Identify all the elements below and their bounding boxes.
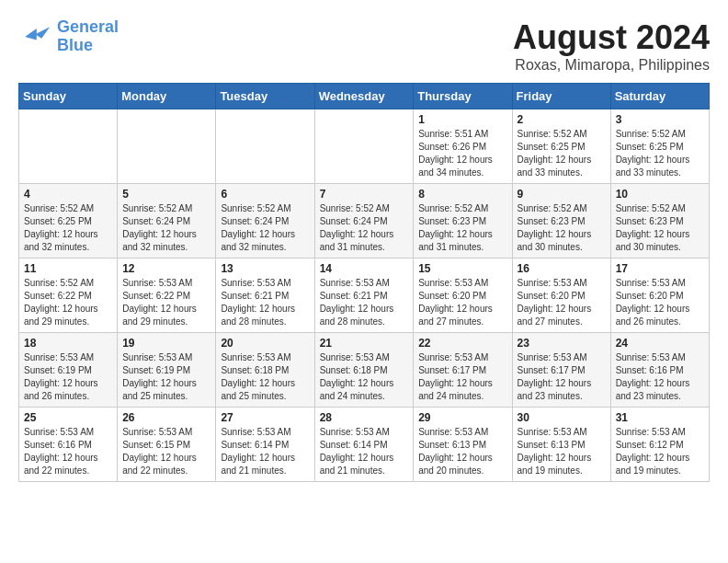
day-header-wednesday: Wednesday (314, 84, 414, 109)
day-info: Sunrise: 5:53 AM Sunset: 6:15 PM Dayligh… (122, 426, 210, 477)
calendar-cell-0 (19, 109, 118, 184)
day-info: Sunrise: 5:53 AM Sunset: 6:18 PM Dayligh… (221, 351, 309, 403)
calendar-cell-34: 31Sunrise: 5:53 AM Sunset: 6:12 PM Dayli… (610, 408, 709, 482)
day-info: Sunrise: 5:53 AM Sunset: 6:19 PM Dayligh… (24, 351, 112, 403)
calendar-cell-33: 30Sunrise: 5:53 AM Sunset: 6:13 PM Dayli… (512, 408, 610, 482)
calendar-cell-7: 4Sunrise: 5:52 AM Sunset: 6:25 PM Daylig… (19, 184, 118, 259)
logo-icon (18, 20, 51, 53)
calendar-cell-26: 23Sunrise: 5:53 AM Sunset: 6:17 PM Dayli… (512, 333, 610, 408)
day-info: Sunrise: 5:53 AM Sunset: 6:22 PM Dayligh… (122, 277, 210, 328)
title-section: August 2024 Roxas, Mimaropa, Philippines (513, 18, 710, 74)
day-header-tuesday: Tuesday (216, 84, 314, 109)
day-info: Sunrise: 5:53 AM Sunset: 6:16 PM Dayligh… (24, 426, 112, 477)
day-number: 3 (616, 113, 704, 126)
calendar-cell-5: 2Sunrise: 5:52 AM Sunset: 6:25 PM Daylig… (512, 109, 610, 184)
day-info: Sunrise: 5:52 AM Sunset: 6:23 PM Dayligh… (418, 202, 506, 254)
day-info: Sunrise: 5:52 AM Sunset: 6:24 PM Dayligh… (122, 202, 210, 254)
day-info: Sunrise: 5:52 AM Sunset: 6:24 PM Dayligh… (221, 202, 309, 254)
day-number: 25 (24, 411, 112, 424)
calendar-cell-30: 27Sunrise: 5:53 AM Sunset: 6:14 PM Dayli… (216, 408, 314, 482)
day-number: 8 (418, 188, 506, 201)
day-number: 14 (320, 262, 409, 275)
day-info: Sunrise: 5:53 AM Sunset: 6:18 PM Dayligh… (320, 351, 409, 403)
logo: General Blue (18, 18, 119, 55)
main-title: August 2024 (513, 18, 710, 57)
calendar-week-1: 1Sunrise: 5:51 AM Sunset: 6:26 PM Daylig… (19, 109, 710, 184)
calendar-cell-16: 13Sunrise: 5:53 AM Sunset: 6:21 PM Dayli… (216, 259, 314, 333)
calendar-cell-6: 3Sunrise: 5:52 AM Sunset: 6:25 PM Daylig… (610, 109, 709, 184)
calendar-week-4: 18Sunrise: 5:53 AM Sunset: 6:19 PM Dayli… (19, 333, 710, 408)
day-number: 24 (616, 337, 704, 350)
day-header-thursday: Thursday (414, 84, 512, 109)
day-header-friday: Friday (512, 84, 610, 109)
day-number: 13 (221, 262, 309, 275)
day-number: 15 (418, 262, 506, 275)
header: General Blue August 2024 Roxas, Mimaropa… (18, 18, 710, 74)
calendar-cell-29: 26Sunrise: 5:53 AM Sunset: 6:15 PM Dayli… (118, 408, 216, 482)
day-info: Sunrise: 5:53 AM Sunset: 6:21 PM Dayligh… (320, 277, 409, 328)
calendar-cell-23: 20Sunrise: 5:53 AM Sunset: 6:18 PM Dayli… (216, 333, 314, 408)
calendar-cell-28: 25Sunrise: 5:53 AM Sunset: 6:16 PM Dayli… (19, 408, 118, 482)
calendar-cell-9: 6Sunrise: 5:52 AM Sunset: 6:24 PM Daylig… (216, 184, 314, 259)
calendar-cell-20: 17Sunrise: 5:53 AM Sunset: 6:20 PM Dayli… (610, 259, 709, 333)
calendar-cell-8: 5Sunrise: 5:52 AM Sunset: 6:24 PM Daylig… (118, 184, 216, 259)
day-number: 29 (418, 411, 506, 424)
day-number: 11 (24, 262, 112, 275)
day-info: Sunrise: 5:53 AM Sunset: 6:13 PM Dayligh… (418, 426, 506, 477)
calendar-cell-32: 29Sunrise: 5:53 AM Sunset: 6:13 PM Dayli… (414, 408, 512, 482)
day-number: 22 (418, 337, 506, 350)
calendar-cell-22: 19Sunrise: 5:53 AM Sunset: 6:19 PM Dayli… (118, 333, 216, 408)
day-number: 30 (518, 411, 606, 424)
day-number: 4 (24, 188, 112, 201)
calendar-cell-2 (216, 109, 314, 184)
subtitle: Roxas, Mimaropa, Philippines (513, 57, 710, 74)
day-info: Sunrise: 5:53 AM Sunset: 6:14 PM Dayligh… (221, 426, 309, 477)
day-header-monday: Monday (118, 84, 216, 109)
day-info: Sunrise: 5:53 AM Sunset: 6:13 PM Dayligh… (518, 426, 606, 477)
calendar-cell-10: 7Sunrise: 5:52 AM Sunset: 6:24 PM Daylig… (314, 184, 414, 259)
calendar-cell-25: 22Sunrise: 5:53 AM Sunset: 6:17 PM Dayli… (414, 333, 512, 408)
calendar-cell-27: 24Sunrise: 5:53 AM Sunset: 6:16 PM Dayli… (610, 333, 709, 408)
logo-text: General Blue (57, 18, 119, 55)
calendar-header-row: SundayMondayTuesdayWednesdayThursdayFrid… (19, 84, 710, 109)
day-number: 18 (24, 337, 112, 350)
day-info: Sunrise: 5:53 AM Sunset: 6:20 PM Dayligh… (616, 277, 704, 328)
day-info: Sunrise: 5:53 AM Sunset: 6:14 PM Dayligh… (320, 426, 409, 477)
day-number: 26 (122, 411, 210, 424)
calendar-week-3: 11Sunrise: 5:52 AM Sunset: 6:22 PM Dayli… (19, 259, 710, 333)
day-info: Sunrise: 5:52 AM Sunset: 6:25 PM Dayligh… (24, 202, 112, 254)
day-number: 28 (320, 411, 409, 424)
calendar-cell-31: 28Sunrise: 5:53 AM Sunset: 6:14 PM Dayli… (314, 408, 414, 482)
calendar-cell-11: 8Sunrise: 5:52 AM Sunset: 6:23 PM Daylig… (414, 184, 512, 259)
day-number: 12 (122, 262, 210, 275)
calendar-cell-18: 15Sunrise: 5:53 AM Sunset: 6:20 PM Dayli… (414, 259, 512, 333)
day-number: 17 (616, 262, 704, 275)
day-number: 2 (518, 113, 606, 126)
day-number: 10 (616, 188, 704, 201)
calendar-cell-21: 18Sunrise: 5:53 AM Sunset: 6:19 PM Dayli… (19, 333, 118, 408)
day-number: 27 (221, 411, 309, 424)
calendar: SundayMondayTuesdayWednesdayThursdayFrid… (18, 83, 710, 482)
day-info: Sunrise: 5:52 AM Sunset: 6:25 PM Dayligh… (616, 128, 704, 179)
day-info: Sunrise: 5:53 AM Sunset: 6:21 PM Dayligh… (221, 277, 309, 328)
day-number: 23 (518, 337, 606, 350)
day-info: Sunrise: 5:52 AM Sunset: 6:23 PM Dayligh… (616, 202, 704, 254)
calendar-body: 1Sunrise: 5:51 AM Sunset: 6:26 PM Daylig… (19, 109, 710, 482)
day-number: 20 (221, 337, 309, 350)
calendar-cell-19: 16Sunrise: 5:53 AM Sunset: 6:20 PM Dayli… (512, 259, 610, 333)
day-number: 9 (518, 188, 606, 201)
calendar-week-5: 25Sunrise: 5:53 AM Sunset: 6:16 PM Dayli… (19, 408, 710, 482)
day-info: Sunrise: 5:53 AM Sunset: 6:20 PM Dayligh… (418, 277, 506, 328)
day-header-sunday: Sunday (19, 84, 118, 109)
calendar-cell-4: 1Sunrise: 5:51 AM Sunset: 6:26 PM Daylig… (414, 109, 512, 184)
calendar-cell-13: 10Sunrise: 5:52 AM Sunset: 6:23 PM Dayli… (610, 184, 709, 259)
day-number: 21 (320, 337, 409, 350)
day-info: Sunrise: 5:53 AM Sunset: 6:20 PM Dayligh… (518, 277, 606, 328)
calendar-cell-3 (314, 109, 414, 184)
calendar-week-2: 4Sunrise: 5:52 AM Sunset: 6:25 PM Daylig… (19, 184, 710, 259)
day-info: Sunrise: 5:51 AM Sunset: 6:26 PM Dayligh… (418, 128, 506, 179)
day-info: Sunrise: 5:52 AM Sunset: 6:22 PM Dayligh… (24, 277, 112, 328)
day-header-saturday: Saturday (610, 84, 709, 109)
day-number: 5 (122, 188, 210, 201)
calendar-cell-14: 11Sunrise: 5:52 AM Sunset: 6:22 PM Dayli… (19, 259, 118, 333)
